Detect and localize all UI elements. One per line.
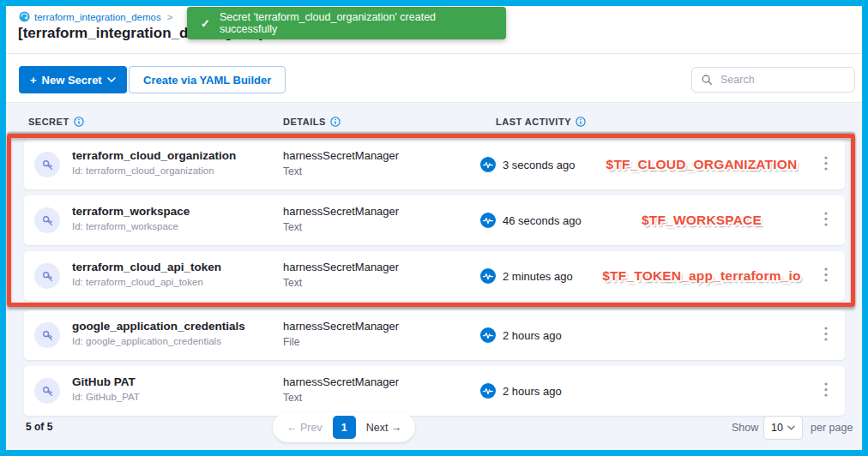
secret-id: Id: terraform_workspace [72,221,190,231]
prev-page-button[interactable]: ← Prev [278,422,331,434]
activity-icon [480,213,496,228]
current-page-button[interactable]: 1 [333,416,356,439]
last-activity: 2 hours ago [503,329,562,342]
secret-manager: harnessSecretManager [283,320,399,333]
show-label: Show [732,422,758,434]
pagination: ← Prev 1 Next → [273,412,415,442]
secret-id: Id: terraform_cloud_organization [72,165,236,176]
annotation-env-var: $TF_WORKSPACE [563,195,841,245]
secret-manager: harnessSecretManager [283,375,399,388]
secret-type: Text [283,392,399,404]
secret-manager: harnessSecretManager [283,205,399,218]
secret-id: Id: GitHub_PAT [72,392,140,402]
search-box[interactable] [691,67,855,93]
next-page-button[interactable]: Next → [358,422,411,434]
create-via-yaml-button[interactable]: Create via YAML Builder [129,66,286,93]
new-secret-button[interactable]: + New Secret [19,66,127,93]
column-header-details: DETAILS [283,117,341,127]
column-header-secret: SECRET [28,117,84,127]
project-icon [19,11,30,22]
key-icon [34,263,60,289]
key-icon [34,322,60,348]
secret-id: Id: terraform_cloud_api_token [72,277,221,287]
row-menu-button[interactable] [819,379,833,404]
breadcrumb-project-link[interactable]: terraform_integration_demos [34,12,161,22]
row-menu-icon [824,382,828,398]
table-row[interactable]: terraform_cloud_api_token Id: terraform_… [24,251,845,301]
secret-manager: harnessSecretManager [283,149,399,162]
chevron-down-icon [107,77,116,82]
annotation-env-var: $TF_TOKEN_app_terraform_io [563,251,841,301]
key-icon [34,152,60,177]
secret-name[interactable]: terraform_cloud_organization [72,149,236,162]
key-icon [34,207,60,233]
activity-icon [480,157,496,172]
row-menu-button[interactable] [819,323,833,348]
header-divider [6,53,862,54]
info-icon[interactable] [74,117,84,127]
activity-icon [480,383,496,399]
key-icon [34,378,60,404]
breadcrumb-separator: > [167,12,173,22]
page-size-value: 10 [771,422,783,434]
secret-type: File [283,336,399,348]
toast-message: Secret 'terraform_cloud_organization' cr… [220,11,492,35]
row-menu-icon [824,327,828,342]
column-header-secret-label: SECRET [28,117,69,127]
yaml-builder-label: Create via YAML Builder [143,74,271,87]
table-row[interactable]: terraform_workspace Id: terraform_worksp… [24,195,845,245]
breadcrumb: terraform_integration_demos > [19,11,172,22]
table-row[interactable]: GitHub PAT Id: GitHub_PAT harnessSecretM… [24,366,845,416]
per-page-label: per page [811,422,853,434]
activity-icon [480,268,496,284]
search-input[interactable] [719,73,846,87]
activity-icon [480,327,496,343]
secret-name[interactable]: GitHub PAT [72,375,140,388]
row-count: 5 of 5 [26,421,52,433]
secret-name[interactable]: terraform_workspace [72,205,190,218]
secret-type: Text [283,277,399,289]
column-header-details-label: DETAILS [283,117,326,127]
new-secret-label: New Secret [42,74,102,87]
secret-name[interactable]: terraform_cloud_api_token [72,261,221,273]
chevron-down-icon [787,425,795,430]
info-icon[interactable] [330,117,341,127]
secret-id: Id: google_application_credentials [72,336,245,346]
table-row[interactable]: terraform_cloud_organization Id: terrafo… [24,140,845,189]
column-header-last-activity: LAST ACTIVITY [496,117,586,127]
last-activity: 2 hours ago [503,385,562,398]
secret-type: Text [283,221,399,233]
page-size-select[interactable]: 10 [763,416,803,440]
plus-icon: + [30,74,37,87]
secret-manager: harnessSecretManager [283,261,399,273]
success-toast: ✓ Secret 'terraform_cloud_organization' … [187,7,506,39]
info-icon[interactable] [576,117,586,127]
secret-type: Text [283,165,399,177]
secret-name[interactable]: google_application_credentials [72,320,245,333]
search-icon [701,74,713,86]
annotation-env-var: $TF_CLOUD_ORGANIZATION [563,140,841,189]
table-row[interactable]: google_application_credentials Id: googl… [24,310,845,360]
check-icon: ✓ [201,17,210,30]
column-header-last-activity-label: LAST ACTIVITY [496,117,571,127]
